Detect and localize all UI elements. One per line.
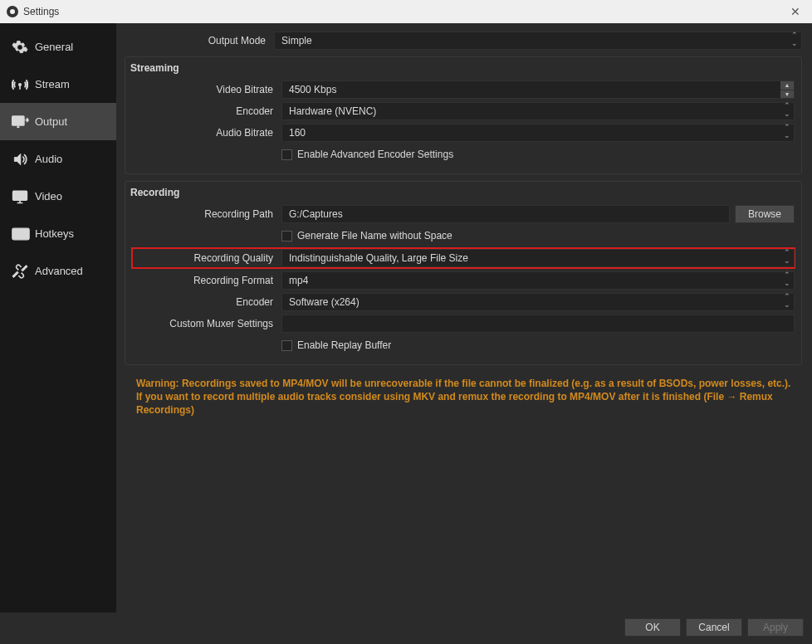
spin-up-icon[interactable]: ▲ [780,81,794,90]
replay-buffer-label: Enable Replay Buffer [297,339,391,351]
svg-point-11 [20,233,21,234]
sidebar-item-video[interactable]: Video [0,178,116,215]
dialog-footer: OK Cancel Apply [0,612,812,642]
window-title: Settings [23,6,59,17]
svg-point-10 [17,233,18,234]
output-mode-label: Output Mode [125,35,274,46]
muxer-label: Custom Muxer Settings [132,318,281,329]
svg-rect-1 [12,115,24,124]
output-mode-select[interactable]: Simple [274,32,802,50]
speaker-icon [12,151,35,168]
svg-point-5 [17,230,18,231]
svg-rect-14 [17,236,24,237]
monitor-icon [12,188,35,205]
ok-button[interactable]: OK [624,618,681,637]
no-space-checkbox[interactable] [281,231,292,242]
recording-path-input[interactable]: G:/Captures [281,205,730,223]
titlebar: Settings ✕ [0,0,812,23]
no-space-label: Generate File Name without Space [297,230,452,242]
sidebar-item-hotkeys[interactable]: Hotkeys [0,215,116,252]
recording-quality-select[interactable]: Indistinguishable Quality, Large File Si… [281,249,795,267]
video-bitrate-label: Video Bitrate [132,84,281,95]
sidebar-item-output[interactable]: Output [0,103,116,140]
recording-format-select[interactable]: mp4 [281,271,795,290]
svg-point-13 [26,233,27,234]
streaming-encoder-select[interactable]: Hardware (NVENC) [281,102,795,120]
recording-quality-label: Recording Quality [132,252,281,264]
streaming-encoder-label: Encoder [132,105,281,117]
video-bitrate-input[interactable]: 4500 Kbps ▲▼ [281,80,795,99]
sidebar-item-label: Advanced [35,265,83,277]
streaming-title: Streaming [130,62,793,74]
recording-format-label: Recording Format [132,275,281,286]
warning-text: Warning: Recordings saved to MP4/MOV wil… [125,372,802,417]
sidebar-item-stream[interactable]: Stream [0,66,116,103]
svg-point-6 [20,230,21,231]
sidebar-item-advanced[interactable]: Advanced [0,252,116,290]
replay-buffer-checkbox[interactable] [281,340,292,351]
svg-point-8 [26,230,27,231]
broadcast-icon [12,76,35,93]
sidebar-item-label: Hotkeys [35,227,74,240]
recording-quality-row: Recording Quality Indistinguishable Qual… [132,248,795,268]
recording-group: Recording Recording Path G:/Captures Bro… [125,181,802,365]
svg-point-9 [15,233,16,234]
advanced-encoder-checkbox[interactable] [281,149,292,160]
output-icon [12,114,35,130]
streaming-group: Streaming Video Bitrate 4500 Kbps ▲▼ Enc… [125,56,802,174]
recording-title: Recording [130,187,793,198]
svg-point-7 [23,230,24,231]
apply-button[interactable]: Apply [747,618,804,637]
muxer-input[interactable] [281,315,795,333]
app-logo-icon [7,6,18,17]
sidebar: General Stream Output Audio Video [0,23,116,612]
content-pane: Output Mode Simple Streaming Video Bitra… [116,23,812,612]
spin-down-icon[interactable]: ▼ [780,90,794,99]
advanced-encoder-label: Enable Advanced Encoder Settings [297,149,453,160]
sidebar-item-label: Video [35,190,62,202]
recording-path-label: Recording Path [132,208,281,220]
gear-icon [12,39,35,56]
tools-icon [12,263,35,280]
browse-button[interactable]: Browse [735,205,795,223]
sidebar-item-label: Stream [35,78,70,90]
sidebar-item-label: Output [35,115,67,128]
close-icon[interactable]: ✕ [785,5,805,18]
cancel-button[interactable]: Cancel [686,618,742,637]
recording-encoder-select[interactable]: Software (x264) [281,293,795,311]
recording-encoder-label: Encoder [132,296,281,308]
sidebar-item-label: General [35,41,73,53]
svg-rect-2 [13,191,27,200]
sidebar-item-label: Audio [35,153,62,165]
svg-point-12 [23,233,24,234]
audio-bitrate-label: Audio Bitrate [132,127,281,139]
svg-point-4 [15,230,16,231]
sidebar-item-general[interactable]: General [0,28,116,66]
keyboard-icon [12,227,35,241]
audio-bitrate-select[interactable]: 160 [281,124,795,142]
sidebar-item-audio[interactable]: Audio [0,140,116,178]
